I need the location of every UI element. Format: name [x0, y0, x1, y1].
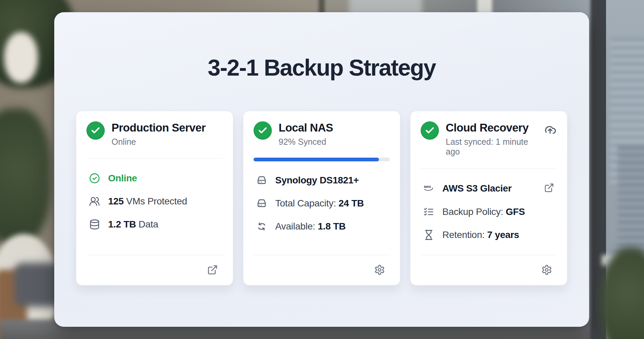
divider: [86, 158, 223, 159]
detail-value: 24 TB: [339, 198, 364, 208]
cloud-provider-row: aws AWS S3 Glacier: [423, 183, 557, 194]
divider: [421, 168, 557, 168]
detail-prefix: Retention:: [442, 230, 487, 240]
settings-gear-icon: [541, 264, 552, 276]
detail-value: Online: [108, 173, 137, 183]
detail-value: 1.2 TB: [108, 219, 136, 230]
status-text: Online: [108, 173, 137, 184]
detail-value: AWS S3 Glacier: [442, 183, 511, 194]
detail-value: Synology DS1821+: [275, 175, 359, 185]
hard-drive-icon: [256, 175, 267, 186]
hard-drive-icon: [256, 198, 267, 209]
backup-cards-row: Production Server Online Online 125 VMs …: [76, 111, 567, 285]
detail-suffix: Data: [136, 219, 158, 230]
open-external-button[interactable]: [205, 262, 220, 278]
card-header: Cloud Recovery Last synced: 1 minute ago: [421, 121, 557, 157]
page-title: 3-2-1 Backup Strategy: [54, 54, 589, 81]
circle-check-icon: [89, 173, 100, 184]
total-capacity-text: Total Capacity: 24 TB: [275, 198, 364, 209]
card-title: Cloud Recovery: [446, 121, 537, 134]
available-space-text: Available: 1.8 TB: [275, 221, 346, 232]
detail-value: 7 years: [487, 230, 519, 240]
plant-left: [0, 108, 51, 244]
nas-settings-button[interactable]: [372, 262, 387, 278]
planter-pot: [4, 32, 38, 83]
retention-text: Retention: 7 years: [442, 230, 519, 240]
detail-prefix: Total Capacity:: [275, 198, 339, 208]
vms-protected-row: 125 VMs Protected: [89, 196, 223, 207]
aws-icon: aws: [423, 183, 434, 194]
retention-row: Retention: 7 years: [423, 230, 557, 240]
users-icon: [89, 196, 100, 207]
card-title: Production Server: [112, 121, 206, 134]
detail-prefix: Backup Policy:: [442, 206, 506, 217]
card-header: Local NAS 92% Synced: [254, 121, 390, 147]
settings-gear-icon: [374, 264, 385, 276]
sync-progress-fill: [254, 158, 379, 161]
data-size-text: 1.2 TB Data: [108, 219, 158, 230]
card-subtitle: Online: [112, 137, 206, 147]
card-cloud-recovery: Cloud Recovery Last synced: 1 minute ago…: [410, 111, 567, 285]
external-link-icon[interactable]: [544, 183, 554, 194]
available-space-row: Available: 1.8 TB: [256, 221, 390, 232]
cloud-settings-button[interactable]: [539, 262, 554, 278]
cloud-upload-icon: [543, 123, 557, 138]
database-icon: [89, 219, 100, 230]
detail-prefix: Available:: [275, 221, 318, 232]
card-title: Local NAS: [279, 121, 333, 134]
check-circle-icon: [421, 121, 439, 140]
list-checks-icon: [423, 206, 434, 217]
backup-policy-text: Backup Policy: GFS: [442, 206, 525, 217]
check-circle-icon: [86, 121, 105, 140]
detail-value: 125: [108, 196, 124, 206]
cloud-provider-text: AWS S3 Glacier: [442, 183, 511, 194]
nas-model-row: Synology DS1821+: [256, 175, 390, 186]
card-local-nas: Local NAS 92% Synced Synology DS1821+: [243, 111, 400, 285]
detail-suffix: VMs Protected: [124, 196, 187, 206]
status-row: Online: [89, 173, 223, 184]
svg-text:aws: aws: [424, 184, 431, 188]
card-header: Production Server Online: [86, 121, 223, 147]
data-size-row: 1.2 TB Data: [89, 219, 223, 230]
check-circle-icon: [254, 121, 272, 140]
sync-progress-bar: [254, 158, 390, 161]
detail-value: GFS: [506, 206, 525, 217]
sync-arrows-icon: [256, 221, 267, 232]
hourglass-icon: [423, 230, 434, 240]
card-subtitle: 92% Synced: [279, 137, 333, 147]
external-link-icon: [207, 264, 218, 276]
total-capacity-row: Total Capacity: 24 TB: [256, 198, 390, 209]
detail-value: 1.8 TB: [318, 221, 345, 232]
vms-protected-text: 125 VMs Protected: [108, 196, 187, 207]
card-production-server: Production Server Online Online 125 VMs …: [76, 111, 233, 285]
backup-policy-row: Backup Policy: GFS: [423, 206, 557, 217]
card-subtitle: Last synced: 1 minute ago: [446, 137, 537, 157]
backup-strategy-panel: 3-2-1 Backup Strategy Production Server …: [54, 12, 589, 327]
nas-model-text: Synology DS1821+: [275, 175, 359, 186]
